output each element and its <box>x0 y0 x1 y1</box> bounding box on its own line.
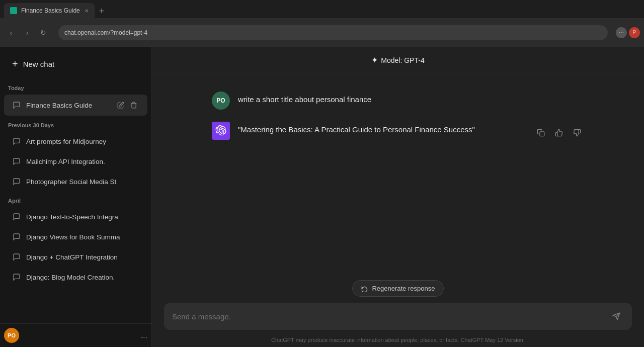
active-tab[interactable]: Finance Basics Guide ✕ <box>4 3 95 18</box>
model-badge: ✦ Model: GPT-4 <box>371 55 424 65</box>
plus-icon: + <box>12 58 18 70</box>
browser-address-bar: ‹ › ↻ chat.openai.com/?model=gpt-4 ⋯ P <box>0 18 644 47</box>
model-label: Model: GPT-4 <box>381 56 424 64</box>
messages-area: PO write a short title about personal fi… <box>152 73 644 272</box>
chat-label: Photographer Social Media St <box>26 178 139 186</box>
input-area: Regenerate response <box>152 272 644 334</box>
message-input[interactable] <box>172 312 605 321</box>
chat-item-photographer[interactable]: Photographer Social Media St <box>4 172 147 191</box>
more-options-button[interactable]: ... <box>141 331 147 340</box>
url-text: chat.openai.com/?model=gpt-4 <box>64 29 147 36</box>
chat-icon <box>12 177 21 186</box>
edit-chat-button[interactable] <box>115 100 126 111</box>
chat-icon <box>12 101 21 110</box>
sparkle-icon: ✦ <box>371 55 378 65</box>
assistant-message-content: "Mastering the Basics: A Practical Guide… <box>238 122 526 140</box>
chat-label: Django: Blog Model Creation. <box>26 274 139 281</box>
delete-chat-button[interactable] <box>128 100 139 111</box>
chat-label: Django + ChatGPT Integration <box>26 253 139 261</box>
chat-icon <box>12 212 21 221</box>
chat-header: ✦ Model: GPT-4 <box>152 47 644 73</box>
send-button[interactable] <box>609 309 624 324</box>
browser-toolbar: ⋯ P <box>612 27 644 38</box>
tab-close-button[interactable]: ✕ <box>85 8 89 14</box>
chat-label: Finance Basics Guide <box>26 102 110 109</box>
chat-icon <box>12 137 21 146</box>
assistant-message: "Mastering the Basics: A Practical Guide… <box>172 116 624 146</box>
section-prev30: Previous 30 Days <box>0 116 151 131</box>
user-message: PO write a short title about personal fi… <box>172 85 624 116</box>
chat-item-finance-basics[interactable]: Finance Basics Guide <box>4 95 147 116</box>
chat-item-art-prompts[interactable]: Art prompts for Midjourney <box>4 132 147 151</box>
sidebar-footer: PO ... <box>0 323 151 347</box>
gpt-avatar <box>212 122 230 140</box>
chat-icon <box>12 273 21 282</box>
url-bar[interactable]: chat.openai.com/?model=gpt-4 <box>58 25 608 40</box>
tab-title: Finance Basics Guide <box>21 7 80 14</box>
section-today: Today <box>0 79 151 94</box>
chat-item-django-tts[interactable]: Django Text-to-Speech Integra <box>4 207 147 226</box>
chat-item-mailchimp[interactable]: Mailchimp API Integration. <box>4 152 147 171</box>
chat-item-django-views[interactable]: Django Views for Book Summa <box>4 227 147 246</box>
forward-button[interactable]: › <box>20 26 34 40</box>
nav-controls: ‹ › ↻ <box>0 26 54 40</box>
tab-favicon <box>10 7 17 14</box>
regenerate-button[interactable]: Regenerate response <box>352 280 443 297</box>
browser-tab-bar: Finance Basics Guide ✕ + <box>0 0 644 18</box>
chat-actions <box>115 100 139 111</box>
new-chat-label: New chat <box>23 60 55 68</box>
copy-button[interactable] <box>534 126 548 140</box>
main-chat-area: ✦ Model: GPT-4 PO write a short title ab… <box>152 47 644 347</box>
chat-label: Django Text-to-Speech Integra <box>26 213 139 221</box>
refresh-button[interactable]: ↻ <box>36 26 50 40</box>
app-layout: + New chat Today Finance Basics Guide <box>0 47 644 347</box>
user-avatar-msg: PO <box>212 92 230 110</box>
thumbs-down-button[interactable] <box>570 126 584 140</box>
chat-icon <box>12 157 21 166</box>
svg-rect-0 <box>540 132 544 136</box>
chat-item-django-blog[interactable]: Django: Blog Model Creation. <box>4 268 147 287</box>
regenerate-row: Regenerate response <box>164 280 632 297</box>
user-avatar: PO <box>4 328 19 343</box>
sidebar: + New chat Today Finance Basics Guide <box>0 47 152 347</box>
chat-label: Django Views for Book Summa <box>26 233 139 241</box>
chat-label: Art prompts for Midjourney <box>26 138 139 145</box>
regenerate-label: Regenerate response <box>372 285 435 292</box>
message-input-wrapper <box>164 303 632 330</box>
new-tab-button[interactable]: + <box>95 4 109 18</box>
user-message-content: write a short title about personal finan… <box>238 92 584 110</box>
chat-icon <box>12 232 21 241</box>
back-button[interactable]: ‹ <box>4 26 18 40</box>
message-action-buttons <box>534 122 584 140</box>
section-april: April <box>0 192 151 207</box>
new-chat-button[interactable]: + New chat <box>4 51 147 77</box>
extensions-icon[interactable]: ⋯ <box>616 27 627 38</box>
chat-label: Mailchimp API Integration. <box>26 158 139 165</box>
chat-icon <box>12 252 21 262</box>
chat-item-django-chatgpt[interactable]: Django + ChatGPT Integration <box>4 247 147 267</box>
thumbs-up-button[interactable] <box>552 126 566 140</box>
footer-disclaimer: ChatGPT may produce inaccurate informati… <box>152 334 644 347</box>
profile-icon[interactable]: P <box>629 27 640 38</box>
